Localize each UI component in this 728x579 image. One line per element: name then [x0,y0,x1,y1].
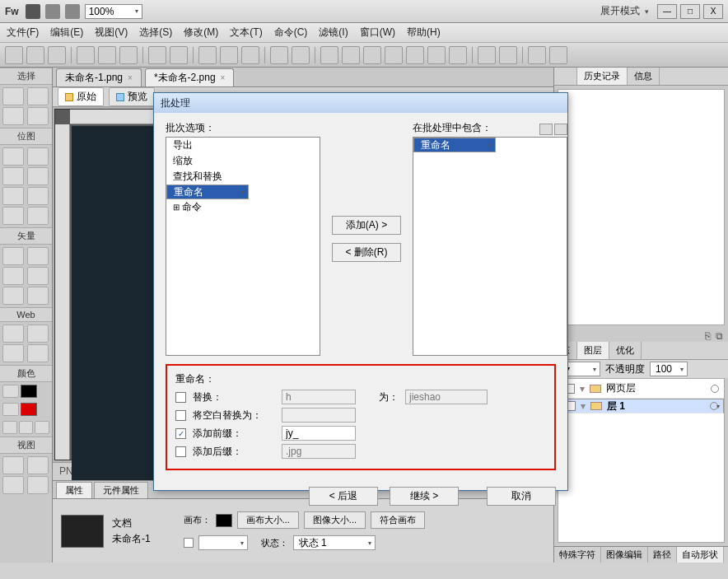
default-colors-icon[interactable] [2,421,17,434]
list-item[interactable]: 缩放 [166,153,320,169]
knife-tool-icon[interactable] [27,287,49,305]
layer-row[interactable]: ▾ 层 1 [558,399,724,413]
subselect-tool-icon[interactable] [27,87,49,105]
window-maximize-button[interactable]: □ [680,4,700,19]
freeform-tool-icon[interactable] [2,287,24,305]
close-icon[interactable]: × [221,73,226,82]
list-item[interactable]: 重命名 [413,138,496,152]
align1-icon[interactable] [320,46,338,64]
prefix-input[interactable] [282,426,356,441]
include-list[interactable]: 重命名 [413,137,567,356]
tab-path[interactable]: 路径 [648,547,677,563]
slice-tool-icon[interactable] [27,325,49,343]
preview-button[interactable]: 预览 [109,87,155,106]
pen-tool-icon[interactable] [27,247,49,265]
align7-icon[interactable] [449,46,467,64]
flip-h-icon[interactable] [478,46,496,64]
layer-row[interactable]: ▾ 网页层 [558,379,724,399]
align6-icon[interactable] [427,46,446,64]
open-icon[interactable] [26,46,44,64]
tab-properties[interactable]: 属性 [56,482,92,498]
normal-view-icon[interactable] [2,456,24,474]
save-icon[interactable] [48,46,66,64]
menu-commands[interactable]: 命令(C) [274,26,308,40]
state-select[interactable]: 状态 1 [293,535,376,550]
list-item[interactable]: 重命名 [166,184,249,199]
add-button[interactable]: 添加(A) > [332,216,401,235]
move-up-icon[interactable] [539,124,553,135]
cancel-button[interactable]: 取消 [487,487,556,506]
blank-input[interactable] [282,408,356,423]
hide-slice-icon[interactable] [2,344,24,362]
wand-tool-icon[interactable] [2,167,24,185]
flip-v-icon[interactable] [499,46,517,64]
replay-step-icon[interactable]: ⧉ [716,330,723,340]
window-minimize-button[interactable]: — [657,4,677,19]
tab-auto-shapes[interactable]: 自动形状 [677,547,724,563]
replace-to-input[interactable] [405,390,488,404]
dialog-title-bar[interactable]: 批处理 [154,93,567,113]
document-tab[interactable]: *未命名-2.png × [145,68,235,86]
zoom-icon[interactable] [65,4,80,19]
close-icon[interactable]: × [128,73,133,82]
undo-icon[interactable] [148,46,166,64]
layer-target-icon[interactable] [710,402,718,410]
redo-icon[interactable] [170,46,188,64]
panel-collapse-icon[interactable] [554,68,577,85]
paste-icon[interactable] [241,46,259,64]
cut-icon[interactable] [198,46,217,64]
no-color-icon[interactable] [19,421,34,434]
stroke-color-icon[interactable] [2,385,19,398]
menu-text[interactable]: 文本(T) [230,26,262,40]
stroke-swatch[interactable] [21,385,37,398]
hand-tool-icon[interactable] [2,476,24,494]
menu-modify[interactable]: 修改(M) [184,26,218,40]
swap-colors-icon[interactable] [35,421,49,434]
copy-icon[interactable] [220,46,238,64]
menu-help[interactable]: 帮助(H) [407,26,441,40]
new-icon[interactable] [5,46,23,64]
preview-view-icon[interactable] [27,456,49,474]
original-button[interactable]: 原始 [58,87,104,106]
list-item[interactable]: 导出 [166,138,320,153]
replace-checkbox[interactable] [175,392,186,403]
pencil-tool-icon[interactable] [2,187,24,205]
suffix-checkbox[interactable] [175,446,186,457]
group-icon[interactable] [270,46,288,64]
lasso-tool-icon[interactable] [27,147,49,166]
bridge-icon[interactable] [26,4,40,19]
stamp-tool-icon[interactable] [27,207,49,225]
canvas-size-button[interactable]: 画布大小... [237,511,299,529]
next-button[interactable]: 继续 > [390,487,459,506]
image-size-button[interactable]: 图像大小... [304,511,366,529]
document-tab[interactable]: 未命名-1.png × [56,68,142,86]
text-tool-icon[interactable] [27,267,49,285]
scale-tool-icon[interactable] [2,107,24,125]
ungroup-icon[interactable] [292,46,310,64]
fit-canvas-button[interactable]: 符合画布 [371,511,425,529]
align4-icon[interactable] [385,46,403,64]
layer-target-icon[interactable] [711,385,719,393]
hand-icon[interactable] [45,4,60,19]
window-close-button[interactable]: X [703,4,723,19]
list-item[interactable]: 查找和替换 [166,169,320,184]
eraser-tool-icon[interactable] [27,187,49,205]
menu-filters[interactable]: 滤镜(I) [319,26,348,40]
list-item[interactable]: 命令 [166,199,320,215]
copy-step-icon[interactable]: ⎘ [705,330,711,340]
brush-tool-icon[interactable] [27,167,49,185]
export-icon[interactable] [98,46,116,64]
blank-checkbox[interactable] [175,410,186,421]
crop-tool-icon[interactable] [27,107,49,125]
pointer-tool-icon[interactable] [2,87,24,105]
blur-tool-icon[interactable] [2,207,24,225]
align3-icon[interactable] [363,46,381,64]
batch-options-list[interactable]: 导出 缩放 查找和替换 重命名 命令 [166,137,320,356]
opacity-input[interactable]: 100 [650,362,688,376]
tab-special-chars[interactable]: 特殊字符 [554,547,601,563]
zoom-select[interactable]: 100% [85,4,142,19]
mode-dropdown-icon[interactable]: ▾ [645,7,649,16]
rotate-ccw-icon[interactable] [528,46,546,64]
show-slice-icon[interactable] [27,344,49,362]
fill-swatch[interactable] [21,403,37,416]
